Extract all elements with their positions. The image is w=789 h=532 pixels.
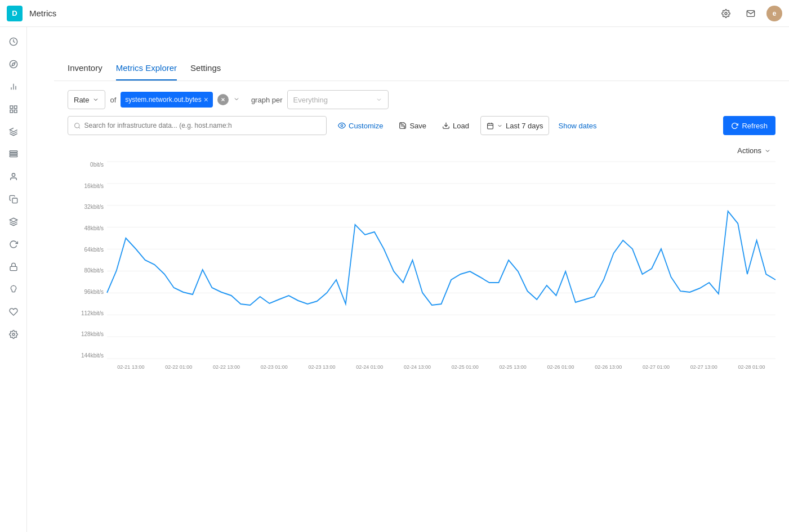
time-range-label: Last 7 days [506, 122, 543, 130]
page-tabs: Inventory Metrics Explorer Settings [68, 63, 775, 81]
actions-chevron-icon [764, 147, 771, 154]
refresh-btn[interactable]: Refresh [723, 116, 775, 135]
actions-label: Actions [737, 146, 761, 155]
graph-per-label: graph per [251, 96, 283, 104]
rate-dropdown[interactable]: Rate [68, 90, 105, 109]
customize-label: Customize [349, 122, 383, 130]
brand-letter: D [12, 9, 17, 17]
y-label-144: 144kbit/s [68, 352, 107, 359]
svg-rect-7 [10, 106, 13, 109]
expand-tag-btn[interactable] [231, 93, 242, 106]
x-label-7: 02-25 01:00 [441, 364, 489, 370]
sidebar-layers-icon[interactable] [3, 212, 24, 232]
sidebar-stack-icon[interactable] [3, 122, 24, 142]
x-label-4: 02-23 13:00 [298, 364, 346, 370]
sidebar-grid-icon[interactable] [3, 99, 24, 119]
svg-point-14 [12, 173, 15, 176]
y-label-128: 128kbit/s [68, 331, 107, 337]
search-bar-row: Customize Save Load Last 7 days Show dat… [68, 116, 775, 135]
chevron-down-icon [497, 123, 503, 129]
load-btn[interactable]: Load [438, 119, 474, 133]
tab-settings[interactable]: Settings [190, 63, 221, 81]
save-icon [399, 122, 407, 129]
clear-metrics-btn[interactable] [217, 94, 229, 105]
svg-rect-26 [488, 123, 493, 129]
sidebar-person-icon[interactable] [3, 167, 24, 187]
sidebar-heart-icon[interactable] [3, 302, 24, 322]
calendar-icon [487, 122, 494, 129]
load-label: Load [453, 122, 469, 130]
eye-icon [338, 122, 346, 129]
time-picker-btn[interactable]: Last 7 days [480, 116, 550, 135]
refresh-icon [731, 122, 738, 129]
svg-point-2 [10, 60, 17, 68]
svg-line-23 [79, 127, 80, 128]
svg-point-19 [12, 333, 15, 336]
svg-rect-8 [14, 106, 17, 109]
sidebar-cycle-icon[interactable] [3, 234, 24, 254]
x-label-13: 02-28 01:00 [728, 364, 775, 370]
sidebar-clock-icon[interactable] [3, 32, 24, 52]
x-label-9: 02-26 01:00 [537, 364, 585, 370]
svg-rect-15 [12, 198, 17, 203]
topbar-right: e [717, 5, 782, 23]
y-axis: 144kbit/s 128kbit/s 112kbit/s 96kbit/s 8… [68, 162, 107, 359]
chart-line [107, 211, 775, 305]
show-dates-btn[interactable]: Show dates [558, 122, 596, 130]
sidebar [0, 27, 27, 532]
sidebar-gear-icon[interactable] [3, 324, 24, 345]
actions-row: Actions [68, 144, 775, 157]
everything-placeholder: Everything [293, 96, 328, 104]
chart-plot [107, 162, 775, 359]
actions-dropdown-btn[interactable]: Actions [733, 144, 775, 157]
search-input[interactable] [84, 122, 320, 129]
page-title: Metrics [29, 8, 56, 18]
x-label-6: 02-24 13:00 [394, 364, 442, 370]
user-avatar[interactable]: e [766, 6, 782, 21]
metric-tag-close-btn[interactable]: × [204, 96, 208, 104]
svg-rect-12 [10, 153, 17, 155]
svg-rect-17 [10, 266, 17, 270]
save-btn[interactable]: Save [394, 119, 431, 133]
svg-rect-9 [14, 110, 17, 113]
x-label-12: 02-27 13:00 [680, 364, 728, 370]
x-label-0: 02-21 13:00 [107, 364, 155, 370]
y-label-80: 80kbit/s [68, 267, 107, 274]
x-label-3: 02-23 01:00 [250, 364, 298, 370]
sidebar-compass-icon[interactable] [3, 54, 24, 74]
y-label-48: 48kbit/s [68, 225, 107, 231]
x-axis: 02-21 13:00 02-22 01:00 02-22 13:00 02-2… [107, 359, 775, 375]
save-label: Save [409, 122, 426, 130]
filter-bar: Rate of system.network.out.bytes × graph… [68, 90, 775, 109]
sidebar-chart-icon[interactable] [3, 77, 24, 97]
y-label-112: 112kbit/s [68, 310, 107, 316]
x-label-8: 02-25 13:00 [489, 364, 537, 370]
svg-rect-11 [10, 151, 17, 153]
sidebar-copy-icon[interactable] [3, 189, 24, 209]
chart-wrapper: 144kbit/s 128kbit/s 112kbit/s 96kbit/s 8… [68, 162, 775, 523]
topbar: D Metrics e [0, 0, 789, 27]
tab-metrics-explorer[interactable]: Metrics Explorer [116, 63, 177, 81]
settings-icon[interactable] [717, 5, 735, 23]
y-label-0: 0bit/s [68, 162, 107, 168]
page-header: Inventory Metrics Explorer Settings [54, 54, 789, 81]
sidebar-server-icon[interactable] [3, 144, 24, 164]
tab-inventory[interactable]: Inventory [68, 63, 102, 81]
metric-tag: system.network.out.bytes × [121, 92, 213, 108]
y-label-32: 32kbit/s [68, 204, 107, 210]
x-label-2: 02-22 13:00 [203, 364, 251, 370]
customize-btn[interactable]: Customize [333, 119, 387, 133]
svg-point-24 [341, 124, 343, 127]
svg-point-22 [75, 123, 79, 127]
x-label-5: 02-24 01:00 [346, 364, 394, 370]
load-icon [442, 122, 450, 129]
svg-marker-3 [12, 62, 15, 66]
sidebar-bulb-icon[interactable] [3, 279, 24, 299]
svg-marker-16 [10, 218, 17, 222]
mail-icon[interactable] [742, 5, 760, 23]
x-label-10: 02-26 13:00 [585, 364, 632, 370]
chart-container: 144kbit/s 128kbit/s 112kbit/s 96kbit/s 8… [68, 162, 775, 375]
x-label-1: 02-22 01:00 [155, 364, 203, 370]
graph-per-dropdown[interactable]: Everything [287, 90, 389, 109]
sidebar-lock-icon[interactable] [3, 257, 24, 277]
